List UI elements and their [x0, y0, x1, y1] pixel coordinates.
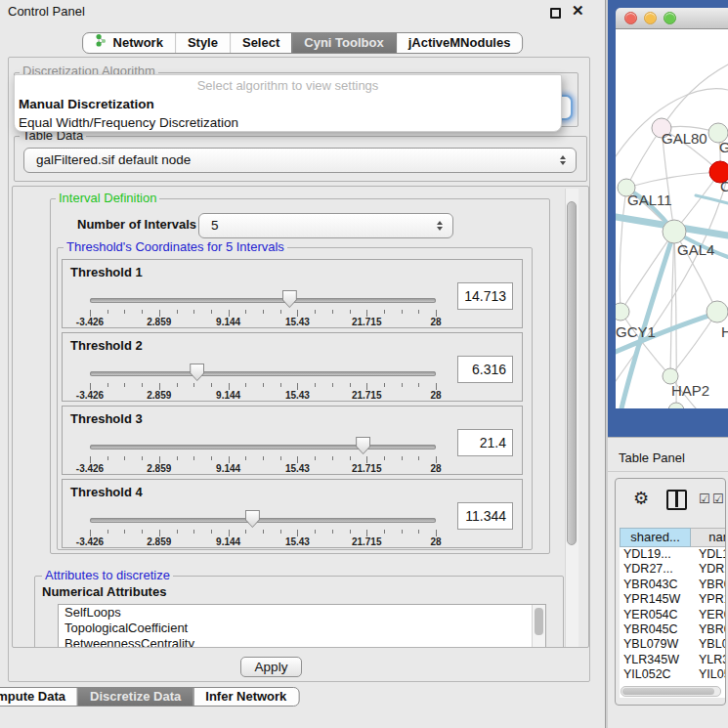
- dropdown-item-equal-width-frequency-discretization[interactable]: Equal Width/Frequency Discretization: [15, 113, 561, 132]
- slider-thumb-face: [283, 291, 296, 307]
- slider-tick-label: 21.715: [337, 536, 396, 547]
- tab-discretize-data[interactable]: Discretize Data: [77, 688, 193, 706]
- network-edge[interactable]: [621, 232, 674, 312]
- cell-shared-name[interactable]: YDR27...: [620, 562, 691, 577]
- cell-shared-name[interactable]: YER054C: [620, 608, 691, 622]
- attributes-list-scrollbar-thumb[interactable]: [535, 608, 543, 635]
- gear-icon[interactable]: ⚙: [633, 488, 649, 509]
- cell-name[interactable]: YLR345W: [691, 653, 726, 667]
- cell-name[interactable]: YER054C: [691, 608, 726, 622]
- threshold-value-field[interactable]: 14.713: [457, 282, 513, 310]
- slider-tick: [280, 383, 281, 387]
- cell-shared-name[interactable]: YBR043C: [620, 578, 691, 592]
- checkbox-icon[interactable]: ☑: [712, 492, 724, 506]
- split-pane-icon[interactable]: [666, 490, 687, 510]
- close-light[interactable]: [624, 12, 637, 24]
- tab-impute-data[interactable]: Impute Data: [0, 688, 77, 706]
- table-row[interactable]: YIL052CYIL052C: [620, 667, 726, 679]
- slider-tick: [211, 383, 212, 387]
- numerical-attributes-list[interactable]: SelfLoopsTopologicalCoefficientBetweenne…: [58, 604, 546, 648]
- table-row[interactable]: YBL079WYBL079W: [620, 637, 726, 652]
- slider-track[interactable]: [90, 371, 436, 376]
- cell-name[interactable]: YBR043C: [691, 578, 726, 592]
- attribute-item-selfloops[interactable]: SelfLoops: [59, 605, 545, 621]
- minimize-light[interactable]: [644, 12, 657, 24]
- network-edge[interactable]: [620, 188, 626, 312]
- settings-scrollbar-thumb[interactable]: [567, 201, 577, 545]
- threshold-value-field[interactable]: 6.316: [457, 356, 513, 383]
- cell-name[interactable]: YDR27...: [691, 562, 726, 577]
- float-window-icon[interactable]: [550, 8, 561, 19]
- slider-thumb[interactable]: [245, 510, 260, 528]
- slider-thumb[interactable]: [282, 290, 297, 308]
- network-edge[interactable]: [696, 195, 728, 203]
- cell-shared-name[interactable]: YIL052C: [620, 667, 691, 679]
- cell-name[interactable]: YBL079W: [691, 637, 726, 652]
- tab-infer-network[interactable]: Infer Network: [193, 688, 298, 706]
- cell-shared-name[interactable]: YDL19...: [620, 547, 691, 562]
- network-edge[interactable]: [626, 172, 720, 188]
- cell-shared-name[interactable]: YBR045C: [620, 622, 691, 637]
- threshold-value-field[interactable]: 21.4: [457, 429, 513, 456]
- tab-select[interactable]: Select: [230, 33, 291, 53]
- network-graph[interactable]: GAL80GACGAL11GAL4GCY1HHAP2: [616, 29, 728, 408]
- network-window-titlebar[interactable]: [616, 8, 728, 29]
- network-edge[interactable]: [662, 64, 728, 128]
- checkbox-icon[interactable]: ☑: [699, 492, 710, 506]
- cell-name[interactable]: YIL052C: [691, 667, 726, 679]
- cell-shared-name[interactable]: YPR145W: [620, 592, 691, 607]
- network-node-gal4[interactable]: [663, 220, 686, 243]
- network-edge[interactable]: [626, 128, 662, 188]
- slider-thumb[interactable]: [356, 437, 370, 454]
- slider-tick-label: -3.426: [61, 317, 119, 327]
- cell-name[interactable]: YDL19...: [691, 547, 726, 562]
- table-horizontal-scrollbar[interactable]: [621, 686, 721, 697]
- tab-style[interactable]: Style: [175, 33, 230, 53]
- network-node-partial[interactable]: [668, 403, 684, 408]
- close-panel-icon[interactable]: ✕: [572, 2, 584, 20]
- table-data-combobox[interactable]: galFiltered.sif default node: [23, 148, 577, 173]
- zoom-light[interactable]: [664, 12, 676, 24]
- slider-track[interactable]: [90, 445, 436, 450]
- tab-network[interactable]: Network: [83, 33, 175, 53]
- tab-cyni-toolbox[interactable]: Cyni Toolbox: [291, 33, 395, 53]
- slider-track[interactable]: [90, 518, 436, 523]
- threshold-label: Threshold 4: [70, 485, 143, 499]
- slider-tick: [107, 310, 108, 314]
- attributes-list-scrollbar[interactable]: [532, 605, 545, 648]
- slider-tick-label: 28: [407, 390, 465, 401]
- table-row[interactable]: YDL19...YDL19...: [620, 547, 726, 562]
- cell-shared-name[interactable]: YBL079W: [620, 637, 691, 652]
- slider-thumb[interactable]: [190, 364, 204, 381]
- table-row[interactable]: YBR045CYBR045C: [620, 622, 726, 637]
- slider-tick: [229, 456, 230, 463]
- table-horizontal-scrollbar-thumb[interactable]: [622, 688, 714, 695]
- network-node-gcy1[interactable]: [616, 303, 629, 321]
- network-edge[interactable]: [670, 232, 674, 376]
- tab-jactivemnodules[interactable]: jActiveMNodules: [396, 33, 523, 53]
- slider-tick: [159, 456, 160, 463]
- dropdown-item-manual-discretization[interactable]: Manual Discretization: [15, 95, 561, 113]
- attribute-item-topologicalcoefficient[interactable]: TopologicalCoefficient: [59, 621, 545, 636]
- table-row[interactable]: YBR043CYBR043C: [620, 578, 726, 592]
- slider-tick: [263, 310, 264, 314]
- slider-tick: [107, 456, 108, 460]
- column-header-name[interactable]: name: [691, 528, 726, 547]
- table-row[interactable]: YDR27...YDR27...: [620, 562, 726, 577]
- table-row[interactable]: YER054CYER054C: [620, 608, 726, 622]
- combo-arrows-icon: [560, 155, 566, 165]
- network-node-h[interactable]: [707, 301, 728, 322]
- column-header-shared-name[interactable]: shared...: [620, 528, 691, 547]
- cell-name[interactable]: YPR145W: [691, 592, 726, 607]
- apply-button[interactable]: Apply: [240, 657, 302, 677]
- slider-tick: [384, 383, 385, 387]
- cell-name[interactable]: YBR045C: [691, 622, 726, 637]
- number-of-intervals-spinner[interactable]: 5: [198, 213, 453, 238]
- slider-track[interactable]: [90, 298, 436, 303]
- table-row[interactable]: YPR145WYPR145W: [620, 592, 726, 607]
- attribute-item-betweennesscentrality[interactable]: BetweennessCentrality: [59, 636, 545, 648]
- threshold-value-field[interactable]: 11.344: [457, 502, 513, 530]
- network-canvas[interactable]: GAL80GACGAL11GAL4GCY1HHAP2: [616, 29, 728, 408]
- cell-shared-name[interactable]: YLR345W: [620, 653, 691, 667]
- table-row[interactable]: YLR345WYLR345W: [620, 653, 726, 667]
